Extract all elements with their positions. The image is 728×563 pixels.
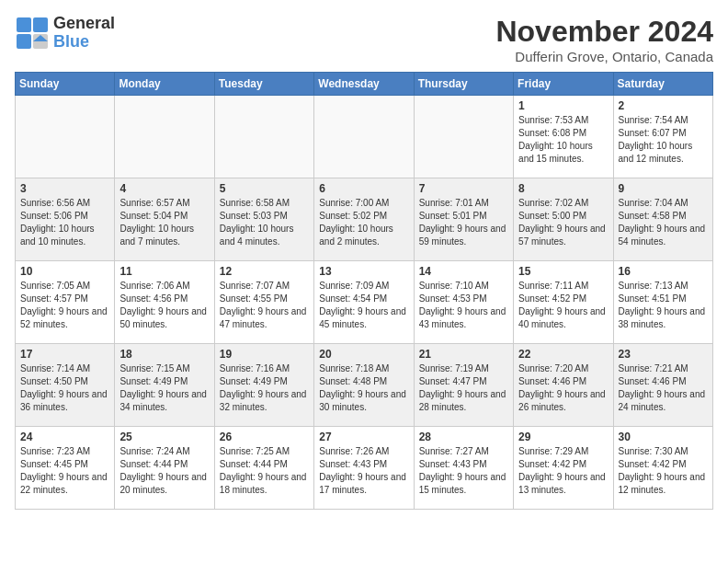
logo-icon: [15, 16, 50, 51]
day-info: Sunrise: 7:21 AM Sunset: 4:46 PM Dayligh…: [619, 362, 708, 414]
day-number: 17: [20, 348, 109, 361]
day-info: Sunrise: 7:25 AM Sunset: 4:44 PM Dayligh…: [220, 445, 309, 497]
calendar-cell: 10Sunrise: 7:05 AM Sunset: 4:57 PM Dayli…: [16, 261, 115, 344]
logo: General Blue: [15, 15, 115, 52]
calendar-week-row: 17Sunrise: 7:14 AM Sunset: 4:50 PM Dayli…: [16, 344, 713, 427]
calendar-cell: 3Sunrise: 6:56 AM Sunset: 5:06 PM Daylig…: [16, 178, 115, 261]
day-info: Sunrise: 7:14 AM Sunset: 4:50 PM Dayligh…: [20, 362, 109, 414]
calendar-cell: 25Sunrise: 7:24 AM Sunset: 4:44 PM Dayli…: [115, 427, 214, 510]
svg-rect-1: [33, 17, 48, 32]
day-info: Sunrise: 7:11 AM Sunset: 4:52 PM Dayligh…: [518, 280, 608, 331]
calendar-cell: 16Sunrise: 7:13 AM Sunset: 4:51 PM Dayli…: [613, 261, 712, 344]
calendar-cell: 6Sunrise: 7:00 AM Sunset: 5:02 PM Daylig…: [314, 178, 414, 261]
day-info: Sunrise: 7:24 AM Sunset: 4:44 PM Dayligh…: [119, 445, 209, 497]
calendar-header-row: SundayMondayTuesdayWednesdayThursdayFrid…: [16, 73, 713, 96]
calendar-cell: 23Sunrise: 7:21 AM Sunset: 4:46 PM Dayli…: [613, 344, 712, 427]
calendar-cell: 2Sunrise: 7:54 AM Sunset: 6:07 PM Daylig…: [613, 96, 712, 178]
day-info: Sunrise: 7:20 AM Sunset: 4:46 PM Dayligh…: [518, 362, 608, 414]
calendar-cell: [115, 96, 214, 178]
calendar-cell: 19Sunrise: 7:16 AM Sunset: 4:49 PM Dayli…: [214, 344, 313, 427]
day-info: Sunrise: 7:00 AM Sunset: 5:02 PM Dayligh…: [319, 197, 408, 248]
calendar-header-friday: Friday: [514, 73, 613, 96]
day-info: Sunrise: 7:09 AM Sunset: 4:54 PM Dayligh…: [319, 280, 408, 331]
calendar-cell: 18Sunrise: 7:15 AM Sunset: 4:49 PM Dayli…: [115, 344, 214, 427]
day-number: 10: [20, 265, 109, 278]
calendar-cell: 20Sunrise: 7:18 AM Sunset: 4:48 PM Dayli…: [314, 344, 414, 427]
calendar-cell: 21Sunrise: 7:19 AM Sunset: 4:47 PM Dayli…: [414, 344, 513, 427]
calendar-cell: [16, 96, 115, 178]
calendar-week-row: 1Sunrise: 7:53 AM Sunset: 6:08 PM Daylig…: [16, 96, 713, 178]
day-number: 20: [319, 348, 408, 361]
svg-rect-2: [17, 34, 31, 49]
calendar-week-row: 24Sunrise: 7:23 AM Sunset: 4:45 PM Dayli…: [16, 427, 713, 510]
calendar-cell: 11Sunrise: 7:06 AM Sunset: 4:56 PM Dayli…: [115, 261, 214, 344]
day-number: 24: [20, 431, 109, 443]
day-number: 16: [619, 265, 708, 278]
day-number: 7: [419, 182, 508, 195]
calendar-cell: 7Sunrise: 7:01 AM Sunset: 5:01 PM Daylig…: [414, 178, 513, 261]
day-number: 8: [518, 182, 608, 195]
calendar-header-sunday: Sunday: [16, 73, 115, 96]
calendar-cell: 13Sunrise: 7:09 AM Sunset: 4:54 PM Dayli…: [314, 261, 414, 344]
calendar-week-row: 3Sunrise: 6:56 AM Sunset: 5:06 PM Daylig…: [16, 178, 713, 261]
calendar-table: SundayMondayTuesdayWednesdayThursdayFrid…: [15, 72, 713, 510]
day-number: 2: [619, 99, 708, 112]
day-info: Sunrise: 6:58 AM Sunset: 5:03 PM Dayligh…: [220, 197, 309, 248]
svg-rect-0: [17, 17, 31, 32]
day-info: Sunrise: 7:18 AM Sunset: 4:48 PM Dayligh…: [319, 362, 408, 414]
day-number: 23: [619, 348, 708, 361]
day-info: Sunrise: 7:16 AM Sunset: 4:49 PM Dayligh…: [220, 362, 309, 414]
calendar-cell: 14Sunrise: 7:10 AM Sunset: 4:53 PM Dayli…: [414, 261, 513, 344]
day-number: 3: [20, 182, 109, 195]
calendar-cell: 4Sunrise: 6:57 AM Sunset: 5:04 PM Daylig…: [115, 178, 214, 261]
calendar-week-row: 10Sunrise: 7:05 AM Sunset: 4:57 PM Dayli…: [16, 261, 713, 344]
day-number: 1: [518, 99, 608, 112]
calendar-cell: [214, 96, 313, 178]
calendar-cell: 24Sunrise: 7:23 AM Sunset: 4:45 PM Dayli…: [16, 427, 115, 510]
day-number: 15: [518, 265, 608, 278]
day-info: Sunrise: 7:54 AM Sunset: 6:07 PM Dayligh…: [619, 114, 708, 166]
day-number: 4: [119, 182, 209, 195]
calendar-cell: 26Sunrise: 7:25 AM Sunset: 4:44 PM Dayli…: [214, 427, 313, 510]
day-number: 29: [518, 431, 608, 443]
calendar-cell: 12Sunrise: 7:07 AM Sunset: 4:55 PM Dayli…: [214, 261, 313, 344]
day-info: Sunrise: 7:53 AM Sunset: 6:08 PM Dayligh…: [518, 114, 608, 166]
calendar-cell: 22Sunrise: 7:20 AM Sunset: 4:46 PM Dayli…: [514, 344, 613, 427]
calendar-cell: 15Sunrise: 7:11 AM Sunset: 4:52 PM Dayli…: [514, 261, 613, 344]
calendar-header-tuesday: Tuesday: [214, 73, 313, 96]
logo-general: General: [53, 15, 115, 33]
day-number: 14: [419, 265, 508, 278]
calendar-header-saturday: Saturday: [613, 73, 712, 96]
day-info: Sunrise: 7:02 AM Sunset: 5:00 PM Dayligh…: [518, 197, 608, 248]
day-number: 21: [419, 348, 508, 361]
day-info: Sunrise: 7:26 AM Sunset: 4:43 PM Dayligh…: [319, 445, 408, 497]
calendar-cell: 8Sunrise: 7:02 AM Sunset: 5:00 PM Daylig…: [514, 178, 613, 261]
day-info: Sunrise: 7:13 AM Sunset: 4:51 PM Dayligh…: [619, 280, 708, 331]
day-number: 5: [220, 182, 309, 195]
calendar-cell: 17Sunrise: 7:14 AM Sunset: 4:50 PM Dayli…: [16, 344, 115, 427]
day-number: 9: [619, 182, 708, 195]
day-number: 28: [419, 431, 508, 443]
day-info: Sunrise: 6:57 AM Sunset: 5:04 PM Dayligh…: [119, 197, 209, 248]
calendar-cell: 29Sunrise: 7:29 AM Sunset: 4:42 PM Dayli…: [514, 427, 613, 510]
day-number: 11: [119, 265, 209, 278]
calendar-cell: 28Sunrise: 7:27 AM Sunset: 4:43 PM Dayli…: [414, 427, 513, 510]
calendar-header-monday: Monday: [115, 73, 214, 96]
day-number: 19: [220, 348, 309, 361]
day-number: 6: [319, 182, 408, 195]
calendar-header-thursday: Thursday: [414, 73, 513, 96]
day-number: 25: [119, 431, 209, 443]
calendar-cell: 30Sunrise: 7:30 AM Sunset: 4:42 PM Dayli…: [613, 427, 712, 510]
calendar-cell: [414, 96, 513, 178]
title-area: November 2024 Dufferin Grove, Ontario, C…: [495, 15, 713, 64]
header: General Blue November 2024 Dufferin Grov…: [15, 15, 713, 64]
day-info: Sunrise: 7:29 AM Sunset: 4:42 PM Dayligh…: [518, 445, 608, 497]
calendar-cell: 27Sunrise: 7:26 AM Sunset: 4:43 PM Dayli…: [314, 427, 414, 510]
day-info: Sunrise: 7:01 AM Sunset: 5:01 PM Dayligh…: [419, 197, 508, 248]
calendar-cell: 5Sunrise: 6:58 AM Sunset: 5:03 PM Daylig…: [214, 178, 313, 261]
day-number: 18: [119, 348, 209, 361]
day-info: Sunrise: 7:05 AM Sunset: 4:57 PM Dayligh…: [20, 280, 109, 331]
location-title: Dufferin Grove, Ontario, Canada: [495, 49, 713, 64]
logo-blue: Blue: [53, 33, 115, 52]
day-info: Sunrise: 7:06 AM Sunset: 4:56 PM Dayligh…: [119, 280, 209, 331]
